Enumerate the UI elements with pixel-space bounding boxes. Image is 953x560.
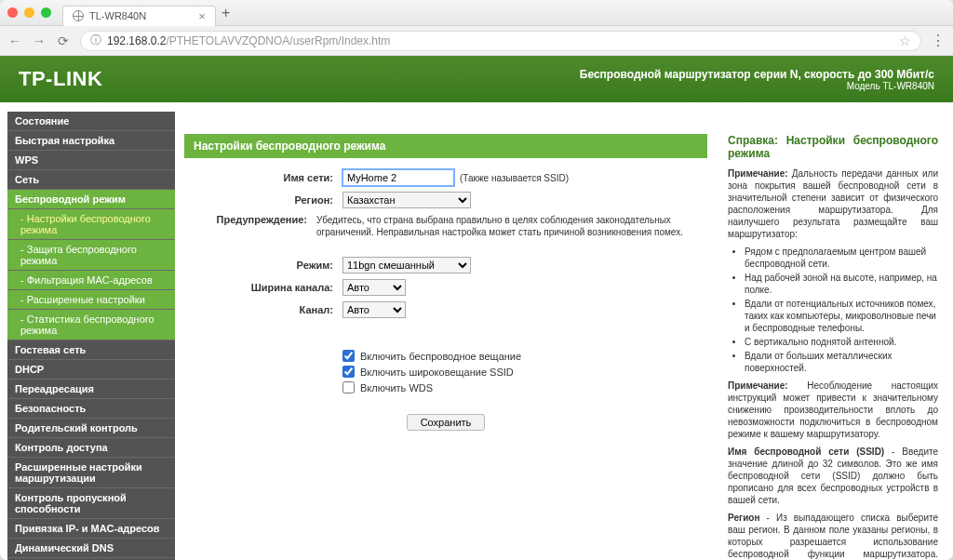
- info-icon: ⓘ: [90, 33, 101, 48]
- sidebar-item[interactable]: Быстрая настройка: [7, 131, 175, 151]
- maximize-window-button[interactable]: [41, 7, 51, 18]
- banner-subtitle: Беспроводной маршрутизатор серии N, скор…: [580, 68, 934, 91]
- help-bullet: Рядом с предполагаемым центром вашей бес…: [745, 246, 938, 270]
- save-button[interactable]: Сохранить: [407, 414, 486, 431]
- warning-text: Убедитесь, что страна выбрана правильно …: [316, 214, 707, 238]
- sidebar-item[interactable]: Гостевая сеть: [7, 340, 175, 360]
- panel-title: Настройки беспроводного режима: [184, 134, 707, 158]
- help-title: Справка: Настройки беспроводного режима: [728, 134, 938, 160]
- enable-wireless-label: Включить беспроводное вещание: [360, 351, 521, 362]
- wireless-form: Имя сети: (Также называется SSID) Регион…: [184, 158, 707, 447]
- channel-label: Канал:: [184, 304, 342, 315]
- sidebar-item[interactable]: Расширенные настройки: [7, 290, 175, 310]
- sidebar-item[interactable]: Безопасность: [7, 399, 175, 419]
- router-banner: TP-LINK Беспроводной маршрутизатор серии…: [0, 56, 953, 102]
- enable-wds-label: Включить WDS: [360, 382, 433, 393]
- help-panel: Справка: Настройки беспроводного режима …: [720, 112, 946, 560]
- close-tab-icon[interactable]: ×: [198, 9, 206, 23]
- enable-ssid-broadcast-checkbox[interactable]: [342, 366, 355, 378]
- help-p4: Регион - Из выпадающего списка выберите …: [728, 512, 938, 560]
- sidebar-item[interactable]: Родительский контроль: [7, 419, 175, 438]
- tab-title: TL-WR840N: [89, 10, 146, 21]
- url-host: 192.168.0.2: [107, 34, 166, 47]
- help-p2: Примечание: Несоблюдение настоящих инстр…: [728, 380, 938, 440]
- bookmark-icon[interactable]: ☆: [899, 33, 911, 48]
- sidebar-item[interactable]: Беспроводной режим: [7, 190, 175, 209]
- sidebar-item[interactable]: Контроль пропускной способности: [7, 488, 175, 519]
- help-p3: Имя беспроводной сети (SSID) - Введите з…: [728, 446, 938, 506]
- mode-select[interactable]: 11bgn смешанный: [342, 257, 471, 273]
- sidebar-item[interactable]: Привязка IP- и MAC-адресов: [7, 519, 175, 539]
- sidebar-item[interactable]: Настройки беспроводного режима: [7, 209, 175, 240]
- sidebar-item[interactable]: Защита беспроводного режима: [7, 240, 175, 271]
- chwidth-select[interactable]: Авто: [342, 279, 406, 296]
- brand-logo: TP-LINK: [19, 67, 102, 91]
- globe-icon: [73, 10, 84, 21]
- window-titlebar: TL-WR840N × +: [0, 0, 953, 26]
- sidebar-item[interactable]: Динамический DNS: [7, 539, 175, 558]
- forward-button[interactable]: →: [32, 33, 47, 48]
- banner-title: Беспроводной маршрутизатор серии N, скор…: [580, 68, 934, 81]
- sidebar-item[interactable]: Расширенные настройки маршрутизации: [7, 458, 175, 488]
- back-button[interactable]: ←: [7, 33, 22, 48]
- sidebar-item[interactable]: Контроль доступа: [7, 438, 175, 458]
- help-bullet: Вдали от больших металлических поверхнос…: [745, 350, 938, 374]
- browser-menu-button[interactable]: ⋮: [931, 32, 946, 49]
- browser-window: TL-WR840N × + ← → ⟳ ⓘ 192.168.0.2/PTHETO…: [0, 0, 953, 560]
- sidebar-item[interactable]: Переадресация: [7, 380, 175, 399]
- url-path: /PTHETOLAVVZQDNOA/userRpm/Index.htm: [166, 34, 390, 47]
- address-bar[interactable]: ⓘ 192.168.0.2/PTHETOLAVVZQDNOA/userRpm/I…: [80, 31, 921, 51]
- help-bullet: С вертикально поднятой антенной.: [745, 336, 938, 348]
- banner-model: Модель TL-WR840N: [580, 81, 934, 91]
- address-bar-row: ← → ⟳ ⓘ 192.168.0.2/PTHETOLAVVZQDNOA/use…: [0, 26, 953, 56]
- region-select[interactable]: Казахстан: [342, 192, 471, 208]
- help-bullet: Вдали от потенциальных источников помех,…: [745, 298, 938, 334]
- main-panel: Настройки беспроводного режима Имя сети:…: [184, 112, 711, 560]
- sidebar-item[interactable]: Сеть: [7, 170, 175, 190]
- reload-button[interactable]: ⟳: [56, 33, 71, 48]
- tab-row: TL-WR840N × +: [62, 0, 946, 25]
- new-tab-button[interactable]: +: [216, 5, 236, 21]
- ssid-label: Имя сети:: [184, 172, 342, 183]
- help-bullet: Над рабочей зоной на высоте, например, н…: [745, 272, 938, 296]
- chwidth-label: Ширина канала:: [184, 282, 342, 293]
- enable-wds-checkbox[interactable]: [342, 381, 355, 393]
- mode-label: Режим:: [184, 260, 342, 271]
- content-area: СостояниеБыстрая настройкаWPSСетьБеспров…: [0, 102, 953, 560]
- sidebar: СостояниеБыстрая настройкаWPSСетьБеспров…: [7, 112, 175, 560]
- sidebar-item[interactable]: Состояние: [7, 112, 175, 131]
- warning-label: Предупреждение:: [184, 214, 316, 225]
- channel-select[interactable]: Авто: [342, 301, 406, 318]
- browser-tab[interactable]: TL-WR840N ×: [62, 6, 216, 26]
- region-label: Регион:: [184, 194, 342, 206]
- sidebar-item[interactable]: Статистика беспроводного режима: [7, 310, 175, 340]
- enable-ssid-broadcast-label: Включить широковещание SSID: [360, 367, 514, 378]
- sidebar-item[interactable]: DHCP: [7, 360, 175, 380]
- help-p1: Примечание: Примечание: Дальность переда…: [728, 167, 938, 240]
- sidebar-item[interactable]: WPS: [7, 151, 175, 170]
- close-window-button[interactable]: [7, 7, 18, 18]
- help-bullets: Рядом с предполагаемым центром вашей бес…: [745, 246, 938, 374]
- sidebar-item[interactable]: Фильтрация MAC-адресов: [7, 271, 175, 290]
- traffic-lights: [7, 7, 51, 18]
- ssid-input[interactable]: [342, 169, 454, 186]
- enable-wireless-checkbox[interactable]: [342, 350, 355, 362]
- ssid-hint: (Также называется SSID): [460, 173, 569, 183]
- minimize-window-button[interactable]: [24, 7, 34, 18]
